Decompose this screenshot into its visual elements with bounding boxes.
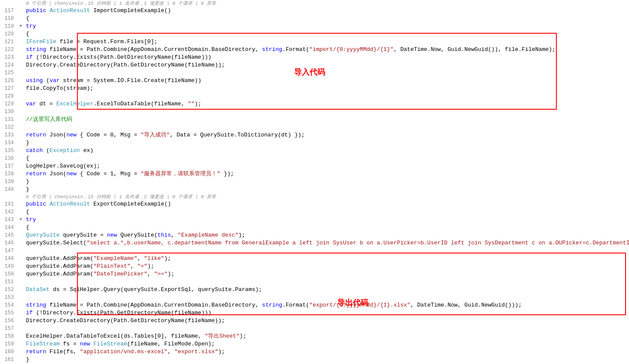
code-line: 158 ExcelHelper.DataTableToExcel(ds.Tabl… (0, 332, 629, 340)
code-line: 143▼ try (0, 216, 629, 224)
line-number: 118 (0, 15, 17, 22)
line-number: 119 (0, 22, 17, 30)
line-number: 135 (0, 147, 17, 155)
code-text: try (24, 22, 629, 30)
fold-icon[interactable]: ▼ (17, 216, 24, 224)
code-line: 159 FileStream fs = new FileStream(fileN… (0, 340, 629, 348)
line-number: 160 (0, 348, 17, 356)
code-line: 146 querySuite.Select("select a.*,b.user… (0, 239, 629, 247)
line-number: 161 (0, 356, 17, 364)
code-text: { (24, 155, 629, 162)
code-line: 157 (0, 325, 629, 332)
line-number: 148 (0, 255, 17, 263)
code-line: 118{ (0, 15, 629, 22)
code-line: 132 (0, 123, 629, 131)
code-line: 122 string fileName = Path.Combine(AppDo… (0, 46, 629, 54)
line-number: 131 (0, 116, 17, 123)
code-text: ExcelHelper.DataTableToExcel(ds.Tables[0… (24, 332, 629, 340)
code-line: 130 (0, 108, 629, 116)
line-number: 156 (0, 317, 17, 325)
code-line: 137 LogHelper.SaveLog(ex); (0, 162, 629, 170)
line-number: 145 (0, 231, 17, 239)
line-number: 128 (0, 92, 17, 100)
code-text: querySuite.AddParam("ExampleName", "like… (24, 255, 629, 263)
line-number: 130 (0, 108, 17, 116)
line-number: 153 (0, 294, 17, 301)
line-number: 137 (0, 162, 17, 170)
code-text: return Json(new { Code = 0, Msg = "导入成功"… (24, 131, 629, 139)
code-line: 123 if (!Directory.Exists(Path.GetDirect… (0, 54, 629, 61)
code-line: 128 (0, 92, 629, 100)
code-text: DataSet ds = SqlHelper.Query(querySuite.… (24, 286, 629, 294)
code-line: 119▼ try (0, 22, 629, 30)
code-text: file.CopyTo(stream); (24, 85, 629, 92)
code-text: Directory.CreateDirectory(Path.GetDirect… (24, 317, 629, 325)
code-line: 156 Directory.CreateDirectory(Path.GetDi… (0, 317, 629, 325)
code-text: QuerySuite querySuite = new QuerySuite(t… (24, 231, 629, 239)
code-text: } (24, 139, 629, 147)
code-text: { (24, 30, 629, 38)
code-line: 145 QuerySuite querySuite = new QuerySui… (0, 231, 629, 239)
line-number: 125 (0, 69, 17, 77)
code-line: 151 (0, 278, 629, 286)
line-number: 120 (0, 30, 17, 38)
fold-icon[interactable]: ▼ (17, 22, 24, 30)
line-number: 155 (0, 309, 17, 317)
code-text: if (!Directory.Exists(Path.GetDirectoryN… (24, 309, 629, 317)
code-line: 120 { (0, 30, 629, 38)
code-text: querySuite.Select("select a.*,b.userName… (24, 239, 629, 247)
line-number: 152 (0, 286, 17, 294)
line-number: 144 (0, 224, 17, 231)
code-line: 144 { (0, 224, 629, 231)
code-line: 150 querySuite.AddParam("DateTimePicker"… (0, 270, 629, 278)
code-text: if (!Directory.Exists(Path.GetDirectoryN… (24, 54, 629, 61)
code-line: 153 (0, 294, 629, 301)
code-line: 140} (0, 186, 629, 193)
line-number: 142 (0, 208, 17, 216)
code-text: LogHelper.SaveLog(ex); (24, 162, 629, 170)
line-number: 140 (0, 186, 17, 193)
code-text: Directory.CreateDirectory(Path.GetDirect… (24, 61, 629, 69)
line-number: 138 (0, 170, 17, 178)
line-number: 141 (0, 200, 17, 208)
line-number: 157 (0, 325, 17, 332)
code-text: } (24, 186, 629, 193)
meta-info-line: 0 个引用 | chenyinxin，15 分钟前 | 1 名作者，1 项更改 … (0, 0, 629, 7)
line-number: 159 (0, 340, 17, 348)
code-text: using (var stream = System.IO.File.Creat… (24, 77, 629, 85)
meta-info-line: 0 个引用 | chenyinxin，15 分钟前 | 1 名作者，2 项更改 … (0, 193, 629, 200)
code-line: 124 Directory.CreateDirectory(Path.GetDi… (0, 61, 629, 69)
line-number: 121 (0, 38, 17, 46)
code-line: 155 if (!Directory.Exists(Path.GetDirect… (0, 309, 629, 317)
line-number: 136 (0, 155, 17, 162)
line-number: 126 (0, 77, 17, 85)
code-line: 147 (0, 247, 629, 255)
code-text: string fileName = Path.Combine(AppDomain… (24, 46, 629, 54)
code-text: { (24, 224, 629, 231)
code-text: querySuite.AddParam("DateTimePicker", ">… (24, 270, 629, 278)
line-number: 146 (0, 239, 17, 247)
code-text: try (24, 216, 629, 224)
code-line: 148 querySuite.AddParam("ExampleName", "… (0, 255, 629, 263)
code-text: catch (Exception ex) (24, 147, 629, 155)
line-number: 124 (0, 61, 17, 69)
code-line: 129 var dt = ExcelHelper.ExcelToDataTabl… (0, 100, 629, 108)
code-line: 139 } (0, 178, 629, 186)
code-line: 126 using (var stream = System.IO.File.C… (0, 77, 629, 85)
line-number: 143 (0, 216, 17, 224)
code-line: 141public ActionResult ExportCompleteExa… (0, 200, 629, 208)
code-line: 134 } (0, 139, 629, 147)
code-line: 160 return File(fs, "application/vnd.ms-… (0, 348, 629, 356)
line-number: 132 (0, 123, 17, 131)
code-line: 131 //这里写入库代码 (0, 116, 629, 123)
line-number: 158 (0, 332, 17, 340)
line-number: 127 (0, 85, 17, 92)
code-text: FileStream fs = new FileStream(fileName,… (24, 340, 629, 348)
code-line: 136 { (0, 155, 629, 162)
line-number: 150 (0, 270, 17, 278)
line-number: 139 (0, 178, 17, 186)
line-number: 129 (0, 100, 17, 108)
line-number: 147 (0, 247, 17, 255)
code-text: public ActionResult ExportCompleteExampl… (24, 200, 629, 208)
code-line: 121 IFormFile file = Request.Form.Files[… (0, 38, 629, 46)
